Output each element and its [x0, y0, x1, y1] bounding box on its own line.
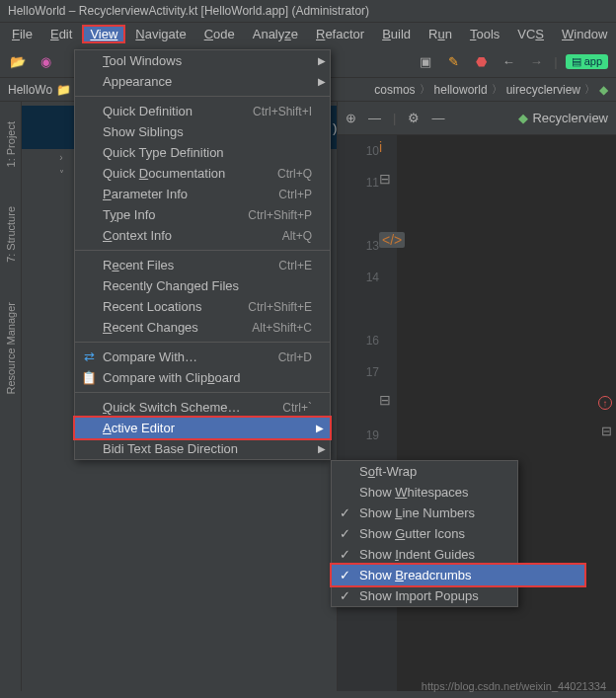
submenu-show-import-popups[interactable]: ✓Show Import Popups: [332, 585, 588, 606]
tab-resource-manager[interactable]: Resource Manager: [5, 302, 17, 395]
submenu-show-indent-guides[interactable]: ✓Show Indent Guides: [332, 544, 588, 565]
crumb-file-icon[interactable]: ◆: [599, 83, 608, 97]
menu-vcs[interactable]: VCS: [509, 25, 552, 43]
submenu-arrow-icon: ▶: [316, 423, 324, 433]
back-icon[interactable]: ←: [499, 51, 518, 71]
menu-window[interactable]: Window: [554, 25, 615, 43]
submenu-soft-wrap[interactable]: Soft-Wrap: [332, 461, 588, 482]
submenu-show-gutter-icons[interactable]: ✓Show Gutter Icons: [332, 523, 588, 544]
view-menu-popup: Tool Windows▶ Appearance▶ Quick Definiti…: [74, 49, 331, 460]
crumb-cosmos[interactable]: cosmos: [374, 83, 415, 97]
line-number: 19: [338, 420, 379, 451]
open-icon[interactable]: 📂: [8, 51, 28, 71]
menu-item-appearance[interactable]: Appearance▶: [75, 71, 332, 92]
menu-analyze[interactable]: Analyze: [245, 25, 306, 43]
submenu-show-breadcrumbs[interactable]: ✓Show Breadcrumbs: [330, 563, 586, 587]
menu-item-quick-definition[interactable]: Quick DefinitionCtrl+Shift+I: [75, 101, 332, 121]
left-tool-tabs: 1: Project 7: Structure Resource Manager: [0, 102, 22, 691]
kotlin-file-icon: ◆: [518, 111, 528, 125]
sync-icon[interactable]: ◉: [36, 51, 55, 71]
menu-item-active-editor[interactable]: Active Editor▶: [73, 416, 332, 440]
menu-item-quick-type-def[interactable]: Quick Type Definition: [75, 142, 332, 163]
editor-toolbar-minus2-icon[interactable]: —: [431, 111, 444, 125]
line-number: [338, 293, 379, 325]
active-editor-submenu: Soft-Wrap Show Whitespaces ✓Show Line Nu…: [331, 460, 518, 607]
line-number: 10: [338, 135, 379, 167]
menu-item-bidi[interactable]: Bidi Text Base Direction▶: [75, 438, 332, 459]
line-number: [338, 388, 379, 420]
menu-edit[interactable]: Edit: [42, 25, 80, 43]
fold-icon[interactable]: ⊟: [379, 171, 391, 187]
editor-gutter: 10 11 13 14 16 17 19 20 21 22: [338, 135, 397, 691]
editor-tab-bar: ⊕ — | ⚙ — ◆ Recyclerview: [338, 102, 616, 135]
menu-refactor[interactable]: Refactor: [308, 25, 372, 43]
line-number: 17: [338, 356, 379, 388]
menu-item-quick-switch[interactable]: Quick Switch Scheme…Ctrl+`: [75, 397, 332, 418]
submenu-arrow-icon: ▶: [318, 76, 326, 87]
package-icon[interactable]: ⬣: [471, 51, 491, 71]
line-number: 16: [338, 325, 379, 356]
menu-item-compare-clipboard[interactable]: 📋Compare with Clipboard: [75, 367, 332, 388]
check-icon: ✓: [340, 588, 350, 603]
crumb-uirecyclerview[interactable]: uirecyclerview: [506, 83, 580, 97]
line-number: 14: [338, 262, 379, 293]
fold-icon[interactable]: ⊟: [379, 392, 391, 408]
forward-icon[interactable]: →: [526, 51, 546, 71]
line-number: [338, 198, 379, 230]
menu-item-recently-changed[interactable]: Recently Changed Files: [75, 275, 332, 296]
editor-toolbar-minus-icon[interactable]: —: [368, 111, 381, 125]
menu-item-quick-doc[interactable]: Quick DocumentationCtrl+Q: [75, 163, 332, 184]
menu-file[interactable]: File: [4, 25, 40, 43]
menu-tools[interactable]: Tools: [462, 25, 507, 43]
menu-item-tool-windows[interactable]: Tool Windows▶: [75, 50, 332, 71]
diff-icon: ⇄: [79, 349, 99, 364]
submenu-arrow-icon: ▶: [318, 443, 326, 454]
expand-icon[interactable]: ›: [55, 152, 67, 163]
line-number: 13: [338, 230, 379, 262]
check-icon: ✓: [340, 526, 350, 541]
avd-icon[interactable]: ▣: [416, 51, 435, 71]
editor-tab[interactable]: ◆ Recyclerview: [518, 111, 608, 125]
crumb-helloworld[interactable]: helloworld: [434, 83, 488, 97]
override-icon[interactable]: i: [379, 139, 382, 155]
editor-toolbar-gear-icon[interactable]: ⚙: [408, 111, 420, 125]
menu-separator: [75, 96, 330, 97]
submenu-show-line-numbers[interactable]: ✓Show Line Numbers: [332, 503, 588, 523]
menu-build[interactable]: Build: [374, 25, 419, 43]
line-number: 11: [338, 167, 379, 198]
menu-separator: [75, 250, 330, 251]
menu-item-recent-locations[interactable]: Recent LocationsCtrl+Shift+E: [75, 296, 332, 317]
check-icon: ✓: [340, 547, 350, 562]
clipboard-diff-icon: 📋: [79, 370, 99, 385]
menu-bar: File Edit View Navigate Code Analyze Ref…: [0, 23, 616, 45]
check-icon: ✓: [340, 568, 350, 582]
editor-right-markers: ↑ ⊟: [592, 135, 616, 691]
menu-item-context-info[interactable]: Context InfoAlt+Q: [75, 225, 332, 246]
run-config-selector[interactable]: ▤ app: [566, 54, 608, 69]
window-title: HelloWorld – RecyclerviewActivity.kt [He…: [8, 4, 369, 18]
menu-view[interactable]: View: [82, 25, 125, 43]
menu-item-recent-changes[interactable]: Recent ChangesAlt+Shift+C: [75, 317, 332, 338]
fold-icon[interactable]: ⊟: [601, 424, 612, 438]
menu-item-compare-with[interactable]: ⇄Compare With…Ctrl+D: [75, 347, 332, 367]
menu-run[interactable]: Run: [421, 25, 460, 43]
menu-item-parameter-info[interactable]: Parameter InfoCtrl+P: [75, 184, 332, 204]
menu-navigate[interactable]: Navigate: [127, 25, 193, 43]
menu-code[interactable]: Code: [196, 25, 243, 43]
tab-project[interactable]: 1: Project: [5, 121, 17, 167]
submenu-arrow-icon: ▶: [318, 55, 326, 66]
edit-icon[interactable]: ✎: [443, 51, 463, 71]
xml-tag-icon[interactable]: </>: [379, 232, 405, 248]
error-up-icon[interactable]: ↑: [598, 396, 612, 410]
menu-item-recent-files[interactable]: Recent FilesCtrl+E: [75, 255, 332, 275]
menu-separator: [75, 342, 330, 343]
submenu-show-whitespaces[interactable]: Show Whitespaces: [332, 482, 588, 503]
collapse-icon[interactable]: ˅: [55, 169, 67, 180]
menu-item-type-info[interactable]: Type InfoCtrl+Shift+P: [75, 204, 332, 225]
tab-structure[interactable]: 7: Structure: [5, 206, 17, 263]
crumb-project[interactable]: HelloWo: [8, 83, 52, 97]
check-icon: ✓: [340, 505, 350, 520]
menu-separator: [75, 392, 330, 393]
editor-toolbar-crosshair-icon[interactable]: ⊕: [346, 111, 356, 125]
menu-item-show-siblings[interactable]: Show Siblings: [75, 121, 332, 142]
